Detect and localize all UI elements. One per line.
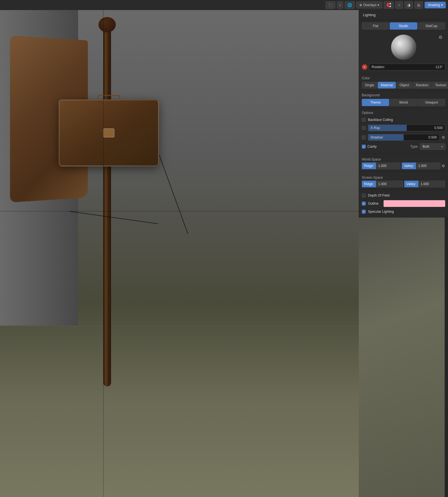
rotation-label: Rotation: — [372, 65, 385, 69]
overlays-btn[interactable]: ⊕ Overlays ▾ — [356, 2, 382, 8]
chevron-down-icon-2: ▾ — [441, 3, 443, 7]
screen-ridge-valley-row: Ridge: 1.000 Valley: 1.000 — [362, 181, 445, 187]
world-ridge-button[interactable]: Ridge: — [362, 163, 376, 169]
tab-texture[interactable]: Texture — [432, 82, 448, 89]
overlays-icon: ⊕ — [359, 3, 362, 7]
xray-value: 0.500 — [434, 126, 443, 130]
dof-checkbox[interactable] — [362, 193, 366, 197]
circle-btn[interactable]: ○ — [395, 1, 403, 9]
background-section: Background Theme World Viewport — [359, 91, 448, 109]
tab-matcap[interactable]: MatCap — [418, 22, 445, 30]
xray-label: X-Ray: — [368, 126, 383, 130]
cavity-type-dropdown[interactable]: Both ▾ — [420, 144, 445, 150]
shading-dots-btn[interactable]: ⁞ — [337, 1, 343, 9]
world-ridge-valley-row: Ridge: 1.000 Valley: 1.000 ⚙ — [362, 163, 445, 169]
tab-viewport[interactable]: Viewport — [418, 99, 445, 106]
color-tab-group: Single Material Object Random Texture — [362, 82, 445, 89]
color-section: Color Single Material Object Random Text… — [359, 74, 448, 91]
world-space-gear-icon[interactable]: ⚙ — [442, 164, 445, 168]
tab-single[interactable]: Single — [362, 82, 377, 89]
xray-slider[interactable]: X-Ray: 0.500 — [368, 125, 445, 131]
lighting-tab-group: Flat Studio MatCap — [362, 22, 445, 30]
outline-color-swatch[interactable] — [384, 200, 445, 207]
options-label: Options — [362, 111, 445, 115]
screen-ridge-button[interactable]: Ridge: — [362, 181, 376, 187]
magnet-btn[interactable]: 🧲 — [384, 1, 394, 9]
topbar: ⬛ ⁞ 🌐 ⊕ Overlays ▾ 🧲 ○ ◑ ◎ Shading ▾ — [0, 0, 448, 10]
outline-label: Outline — [368, 202, 379, 206]
tab-material[interactable]: Material — [378, 82, 396, 89]
outline-checkbox[interactable] — [362, 202, 366, 206]
outline-row: Outline — [362, 199, 445, 208]
viewport-icon-btn[interactable]: ⬛ — [326, 1, 335, 9]
dropdown-arrow-icon: ▾ — [441, 145, 443, 148]
xray-checkbox[interactable] — [362, 126, 366, 130]
xray-row: X-Ray: 0.500 — [362, 123, 445, 133]
sphere-preview-container: ⚙ — [362, 30, 445, 63]
world-space-label: World Space — [362, 156, 445, 163]
tab-studio[interactable]: Studio — [390, 22, 417, 30]
panel-title: Lighting — [363, 13, 376, 17]
side-panel: Lighting Flat Studio MatCap ⚙ ↻ Rotation… — [359, 10, 448, 218]
tab-world[interactable]: World — [390, 99, 417, 106]
screen-ridge-field: Ridge: 1.000 — [362, 181, 403, 187]
world-ridge-value[interactable]: 1.000 — [376, 163, 401, 169]
cavity-checkbox[interactable] — [362, 145, 366, 149]
world-valley-button[interactable]: Valley: — [402, 163, 416, 169]
dof-row: Depth Of Field — [362, 192, 445, 199]
shadow-value: 0.500 — [428, 135, 437, 139]
cavity-label: Cavity — [367, 145, 377, 149]
background-tab-group: Theme World Viewport — [362, 99, 445, 106]
tab-object[interactable]: Object — [396, 82, 412, 89]
tab-random[interactable]: Random — [413, 82, 432, 89]
specular-checkbox[interactable] — [362, 210, 366, 214]
world-valley-value[interactable]: 1.000 — [416, 163, 440, 169]
screen-valley-button[interactable]: Valley: — [404, 181, 418, 187]
world-ridge-field: Ridge: 1.000 — [362, 163, 401, 169]
shadow-checkbox[interactable] — [362, 135, 366, 139]
screen-space-section: Screen Space Ridge: 1.000 Valley: 1.000 — [359, 172, 448, 190]
cavity-type-label: Type: — [410, 145, 418, 149]
shadow-gear-icon[interactable]: ⚙ — [442, 135, 445, 140]
screen-space-label: Screen Space — [362, 174, 445, 181]
background-label: Background — [362, 93, 445, 97]
sphere-preview[interactable] — [391, 35, 416, 60]
backface-culling-label: Backface Culling — [368, 118, 393, 122]
briefcase-object — [59, 99, 159, 166]
dof-section: Depth Of Field Outline Specular Lighting — [359, 190, 448, 218]
half-circle-btn[interactable]: ◑ — [404, 1, 413, 9]
tab-theme[interactable]: Theme — [362, 99, 389, 106]
shading-btn[interactable]: Shading ▾ — [425, 2, 446, 8]
shadow-slider[interactable]: Shadow: 0.500 — [368, 134, 439, 141]
sphere-settings-icon[interactable]: ⚙ — [439, 35, 442, 40]
specular-row: Specular Lighting — [362, 208, 445, 215]
shadow-row: Shadow: 0.500 ⚙ — [362, 133, 445, 142]
chevron-down-icon: ▾ — [377, 3, 379, 7]
options-section: Options Backface Culling X-Ray: 0.500 Sh… — [359, 109, 448, 154]
cavity-row: Cavity Type: Both ▾ — [362, 142, 445, 151]
rotation-icon[interactable]: ↻ — [362, 64, 367, 70]
globe-btn[interactable]: 🌐 — [345, 1, 355, 9]
world-valley-field: Valley: 1.000 — [402, 163, 440, 169]
cavity-type-value: Both — [423, 145, 430, 149]
backface-culling-checkbox[interactable] — [362, 118, 366, 122]
backface-culling-row: Backface Culling — [362, 116, 445, 123]
screen-ridge-value[interactable]: 1.000 — [376, 181, 403, 187]
lighting-section: Flat Studio MatCap ⚙ ↻ Rotation: -113° — [359, 20, 448, 74]
dof-label: Depth Of Field — [368, 193, 389, 197]
ring-btn[interactable]: ◎ — [415, 1, 423, 9]
panel-header: Lighting — [359, 10, 448, 20]
specular-label: Specular Lighting — [368, 210, 394, 214]
screen-valley-field: Valley: 1.000 — [404, 181, 445, 187]
rotation-row: ↻ Rotation: -113° — [362, 63, 445, 71]
screen-valley-value[interactable]: 1.000 — [418, 181, 445, 187]
rotation-field[interactable]: Rotation: -113° — [369, 64, 445, 70]
tab-flat[interactable]: Flat — [362, 22, 389, 30]
world-space-section: World Space Ridge: 1.000 Valley: 1.000 ⚙ — [359, 154, 448, 172]
shadow-label: Shadow: — [368, 135, 386, 139]
rotation-value: -113° — [435, 65, 443, 69]
color-label: Color — [362, 76, 445, 80]
